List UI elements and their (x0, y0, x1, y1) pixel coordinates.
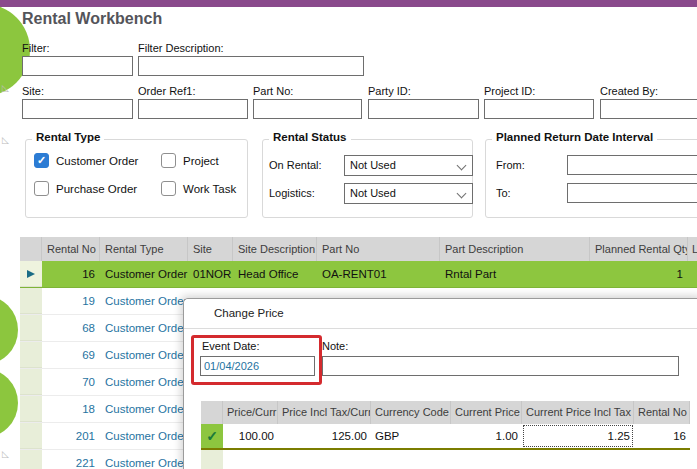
on-rental-label: On Rental: (269, 159, 322, 171)
cell-rental-type: Customer Order (100, 396, 188, 422)
price-row-selector-cell[interactable] (201, 424, 223, 448)
rental-status-group-title: Rental Status (269, 131, 351, 143)
cell-rental-no[interactable]: 19 (42, 288, 100, 314)
row-selector-cell[interactable] (20, 288, 42, 314)
price-header-current-price[interactable]: Current Price (451, 401, 522, 424)
cell-site-description: Head Office (233, 261, 317, 287)
event-date-label: Event Date: (202, 340, 259, 352)
price-table-empty-row (201, 450, 690, 469)
cell-site: 01NOR (188, 261, 233, 287)
row-selector-cell[interactable] (20, 261, 42, 287)
grid-header-l[interactable]: L (688, 237, 697, 261)
grid-header-part-description[interactable]: Part Description (440, 237, 590, 261)
option-customer-order[interactable]: Customer Order (34, 153, 138, 168)
created-by-input[interactable] (600, 99, 697, 119)
price-table-header-row: Price/Curr Price Incl Tax/Curr Currency … (201, 401, 690, 424)
purchase-order-label: Purchase Order (56, 183, 137, 195)
price-header-price-incl-tax-curr[interactable]: Price Incl Tax/Curr (278, 401, 371, 424)
site-label: Site: (22, 85, 44, 97)
cell-current-price-incl-tax[interactable]: 1.25 (522, 424, 634, 448)
filter-description-input[interactable] (138, 56, 364, 76)
row-selector-cell[interactable] (20, 396, 42, 422)
page-title: Rental Workbench (22, 10, 162, 28)
price-header-price-curr[interactable]: Price/Curr (223, 401, 278, 424)
window-accent-bar (0, 0, 697, 7)
cell-rental-type: Customer Order (100, 342, 188, 368)
dialog-title: Change Price (214, 307, 284, 319)
grid-header-selector (20, 237, 42, 261)
cell-price-curr[interactable]: 100.00 (223, 424, 278, 448)
grid-header-rental-type[interactable]: Rental Type (100, 237, 188, 261)
party-id-input[interactable] (368, 99, 479, 119)
to-input[interactable] (567, 183, 697, 203)
purchase-order-checkbox[interactable] (34, 181, 49, 196)
dialog-titlebar[interactable]: Change Price (184, 299, 697, 329)
grid-header-rental-no[interactable]: Rental No (42, 237, 100, 261)
cell-rental-no[interactable]: 18 (42, 396, 100, 422)
part-no-label: Part No: (253, 85, 293, 97)
order-ref1-input[interactable] (138, 99, 248, 119)
grip-triangle-icon: ◺ (2, 450, 9, 459)
row-selector-cell[interactable] (20, 342, 42, 368)
cell-price-incl-tax-curr[interactable]: 125.00 (278, 424, 371, 448)
rental-type-group: Rental Type Customer Order Project Purch… (25, 139, 248, 218)
project-id-input[interactable] (484, 99, 594, 119)
table-row[interactable]: 16 Customer Order 01NOR Head Office OA-R… (20, 261, 697, 288)
part-no-input[interactable] (253, 99, 362, 119)
cell-rental-no[interactable]: 69 (42, 342, 100, 368)
cell-current-price[interactable]: 1.00 (451, 424, 522, 448)
option-purchase-order[interactable]: Purchase Order (34, 181, 137, 196)
planned-return-group-title: Planned Return Date Interval (492, 131, 657, 143)
row-selector-cell[interactable] (20, 369, 42, 395)
project-checkbox[interactable] (161, 153, 176, 168)
filter-input[interactable] (22, 56, 133, 76)
price-row-selector-cell[interactable] (201, 450, 223, 469)
logistics-label: Logistics: (269, 187, 315, 199)
price-header-currency-code[interactable]: Currency Code (371, 401, 451, 424)
rental-workbench-window: ◺ ◺ ◺ Rental Workbench Filter: Filter De… (0, 0, 697, 469)
customer-order-checkbox[interactable] (34, 153, 49, 168)
grid-header-row: Rental No Rental Type Site Site Descript… (20, 237, 697, 261)
row-selector-cell[interactable] (20, 423, 42, 449)
logistics-value: Not Used (350, 187, 396, 199)
grid-header-part-no[interactable]: Part No (317, 237, 440, 261)
from-label: From: (496, 159, 525, 171)
cell-currency-code[interactable]: GBP (371, 424, 451, 448)
cell-rental-no[interactable]: 16 (634, 424, 690, 448)
created-by-label: Created By: (600, 85, 658, 97)
change-price-dialog: Change Price Event Date: Note: Price/Cur… (183, 298, 697, 469)
note-input[interactable] (322, 356, 679, 376)
work-task-checkbox[interactable] (161, 181, 176, 196)
option-work-task[interactable]: Work Task (161, 181, 236, 196)
cell-planned-rental-qty: 1 (590, 261, 688, 287)
price-header-rental-no[interactable]: Rental No (634, 401, 690, 424)
rental-type-group-title: Rental Type (32, 131, 104, 143)
logistics-dropdown[interactable]: Not Used (344, 183, 473, 204)
filter-description-label: Filter Description: (138, 42, 224, 54)
price-header-current-price-incl-tax[interactable]: Current Price Incl Tax (522, 401, 634, 424)
cell-rental-no[interactable]: 70 (42, 369, 100, 395)
row-selector-cell[interactable] (20, 450, 42, 469)
from-input[interactable] (567, 155, 697, 175)
grid-header-planned-rental-qty[interactable]: Planned Rental Qty (590, 237, 688, 261)
grid-header-site[interactable]: Site (188, 237, 233, 261)
price-table: Price/Curr Price Incl Tax/Curr Currency … (201, 401, 690, 469)
cell-rental-no[interactable]: 16 (42, 261, 100, 287)
cell-rental-no[interactable]: 201 (42, 423, 100, 449)
event-date-input[interactable] (200, 356, 315, 376)
cell-rental-no[interactable]: 221 (42, 450, 100, 469)
row-selector-cell[interactable] (20, 315, 42, 341)
rental-status-group: Rental Status On Rental: Not Used Logist… (262, 139, 473, 218)
cell-l (688, 261, 697, 287)
on-rental-dropdown[interactable]: Not Used (344, 155, 473, 176)
filter-label: Filter: (22, 42, 50, 54)
check-icon (206, 427, 218, 445)
work-task-label: Work Task (183, 183, 236, 195)
cell-part-no: OA-RENT01 (317, 261, 440, 287)
site-input[interactable] (22, 99, 133, 119)
grid-header-site-description[interactable]: Site Description (233, 237, 317, 261)
option-project[interactable]: Project (161, 153, 219, 168)
to-label: To: (496, 187, 511, 199)
price-table-row[interactable]: 100.00 125.00 GBP 1.00 1.25 16 (201, 424, 690, 450)
cell-rental-no[interactable]: 68 (42, 315, 100, 341)
